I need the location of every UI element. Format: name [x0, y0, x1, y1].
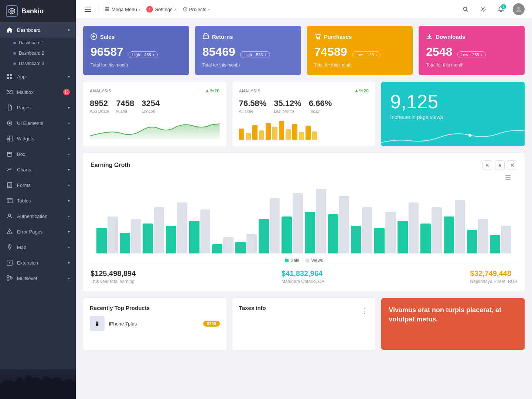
- sale-bar: [490, 235, 500, 253]
- sidebar-sub-dashboard1[interactable]: Dashboard 1: [0, 38, 76, 48]
- stat-card-returns: Returns 85469 High 563+ Total for this m…: [195, 26, 301, 75]
- legend-views: Views: [306, 258, 323, 263]
- sidebar-item-label: Pages: [17, 105, 31, 110]
- sale-bar: [305, 212, 315, 253]
- taxes-menu-button[interactable]: ⋮: [361, 306, 369, 315]
- svg-point-53: [468, 134, 471, 137]
- sidebar-item-forms[interactable]: Forms ▾: [0, 177, 76, 193]
- bar-group: [328, 196, 349, 253]
- bar: [272, 127, 277, 140]
- ext-icon: [6, 259, 13, 266]
- sidebar-item-mailbox[interactable]: Mailbox 12: [0, 84, 76, 100]
- sidebar-item-extension[interactable]: Extension ▾: [0, 255, 76, 270]
- table-icon: [6, 197, 13, 204]
- svg-marker-51: [206, 89, 209, 92]
- mega-menu-button[interactable]: Mega Menu ▾: [105, 7, 140, 12]
- sidebar-item-ui-elements[interactable]: UI Elements ▾: [0, 115, 76, 131]
- sidebar-item-label: App: [17, 74, 25, 79]
- expand-button[interactable]: ✕: [508, 160, 517, 170]
- views-legend-dot: [306, 259, 309, 262]
- returns-sub: Total for this month: [202, 62, 294, 68]
- sale-bar: [212, 244, 222, 253]
- views-bar: [108, 216, 118, 253]
- sale-bar: [166, 226, 176, 253]
- sidebar-item-label: Error Pages: [17, 229, 42, 235]
- chevron-icon: ▾: [68, 121, 70, 125]
- chevron-icon: ▾: [68, 245, 70, 249]
- bar: [259, 130, 264, 140]
- settings-chevron: ▾: [175, 7, 177, 11]
- settings-menu-button[interactable]: 4 Settings ▾: [146, 6, 177, 13]
- user-avatar[interactable]: [513, 3, 525, 15]
- sidebar-item-authentication[interactable]: Authentication ▾: [0, 208, 76, 224]
- sidebar-item-label: Charts: [17, 167, 31, 173]
- chevron-icon: ▾: [68, 183, 70, 187]
- sidebar-item-charts[interactable]: Charts ▾: [0, 162, 76, 177]
- sidebar-item-widgets[interactable]: Widgets ▾: [0, 131, 76, 146]
- search-button[interactable]: [460, 3, 471, 15]
- analysis2-trend: %20: [355, 88, 369, 93]
- taxes-title: Taxes info: [239, 305, 266, 311]
- menu-dots[interactable]: ☰: [505, 174, 511, 181]
- svg-rect-27: [7, 276, 9, 277]
- bar-group: [120, 219, 141, 253]
- svg-point-22: [8, 214, 11, 216]
- sidebar-item-pages[interactable]: Pages ▾: [0, 100, 76, 115]
- sidebar-item-box[interactable]: Box ▾: [0, 146, 76, 162]
- views-bar: [293, 193, 303, 253]
- multi-icon: [6, 274, 13, 282]
- sidebar-item-app[interactable]: App ▾: [0, 69, 76, 84]
- earning-footer: $125,498,894 This year total earning $41…: [91, 263, 517, 284]
- projects-chevron: ▾: [208, 7, 210, 11]
- svg-point-43: [517, 7, 520, 10]
- bar: [292, 124, 297, 140]
- svg-point-48: [317, 38, 318, 39]
- svg-rect-2: [7, 74, 9, 76]
- close-button[interactable]: ✕: [482, 160, 492, 170]
- bar: [246, 133, 251, 140]
- notif-badge: 6: [501, 4, 506, 9]
- sidebar-item-multilevel[interactable]: Multilevel ▾: [0, 270, 76, 286]
- bar: [312, 132, 317, 140]
- chevron-icon: ▾: [68, 261, 70, 265]
- mail-icon: [6, 88, 13, 96]
- svg-point-8: [9, 122, 11, 124]
- collapse-button[interactable]: ∧: [495, 160, 505, 170]
- views-bar: [154, 207, 164, 253]
- sale-bar: [259, 219, 269, 253]
- sidebar-item-dashboard[interactable]: Dashboard ▾: [0, 22, 76, 38]
- hamburger-button[interactable]: [83, 5, 93, 13]
- bar-group: [235, 234, 257, 253]
- bar-group: [374, 212, 396, 253]
- bar-group: [282, 193, 303, 253]
- returns-value: 85469: [202, 45, 235, 59]
- earning-footer-2: $32,749,448 Neglinnaya Street, RUS: [470, 269, 517, 284]
- earning-footer-0: $125,498,894 This year total earning: [91, 269, 136, 284]
- svg-rect-28: [7, 279, 9, 281]
- views-bar: [385, 212, 396, 253]
- downloads-sub: Total for this month: [426, 62, 517, 68]
- orange-promo-card: Vivamus erat non turpis placerat, at vol…: [381, 298, 525, 350]
- sidebar-sub-dashboard3[interactable]: Dashboard 3: [0, 58, 76, 69]
- svg-point-40: [464, 7, 467, 11]
- analysis-card-1: ANALYSIS %20 8952 Abu Dhabi 7458 Miami: [83, 82, 226, 146]
- taxes-info-card: Taxes info ⋮: [232, 298, 376, 350]
- earning-title: Earning Groth: [91, 162, 130, 168]
- chart-icon: [6, 166, 13, 173]
- chevron-icon: ▾: [68, 137, 70, 141]
- chevron-icon: ▾: [68, 214, 70, 218]
- sidebar-item-tables[interactable]: Tables ▾: [0, 193, 76, 208]
- sidebar-item-label: Widgets: [17, 136, 34, 141]
- chevron-icon: ▾: [68, 152, 70, 156]
- topbar-separator: [99, 5, 99, 13]
- product-item: 📱 iPhone 7plus $300: [90, 316, 220, 331]
- sidebar-sub-dashboard2[interactable]: Dashboard 2: [0, 48, 76, 58]
- ui-icon: [6, 119, 13, 127]
- settings-gear-button[interactable]: [477, 3, 489, 15]
- projects-menu-button[interactable]: Projects ▾: [183, 7, 210, 12]
- notifications-button[interactable]: 6: [495, 3, 507, 15]
- svg-marker-52: [355, 89, 358, 92]
- sidebar-item-map[interactable]: Map ▾: [0, 239, 76, 255]
- bar-group: [96, 216, 118, 253]
- sidebar-item-error-pages[interactable]: Error Pages ▾: [0, 224, 76, 239]
